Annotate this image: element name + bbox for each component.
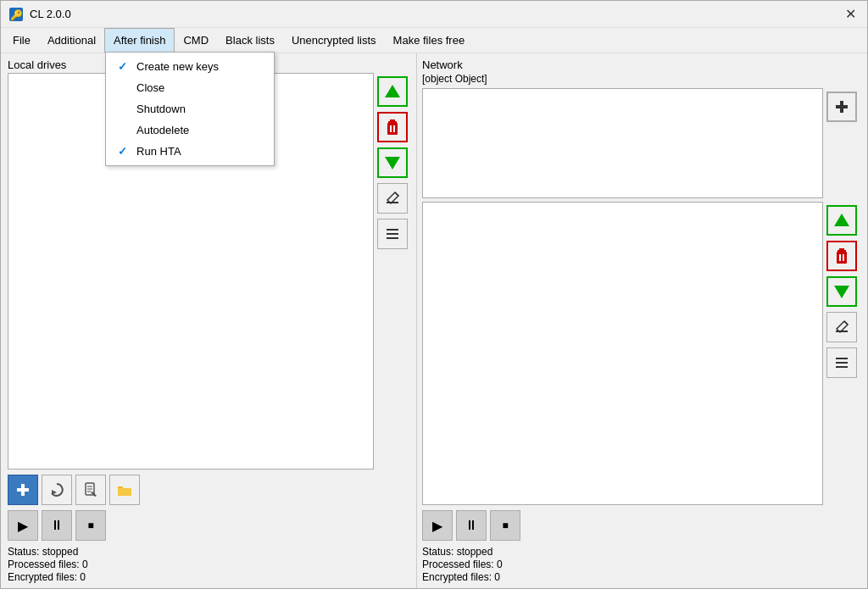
menu-file[interactable]: File bbox=[4, 28, 39, 53]
dropdown-shutdown[interactable]: Shutdown bbox=[106, 98, 274, 119]
right-status-bar: Status: stopped Processed files: 0 Encry… bbox=[422, 542, 860, 583]
left-add-button[interactable] bbox=[8, 475, 38, 505]
right-playback: ▶ ⏸ ■ bbox=[422, 505, 860, 542]
left-stop-button[interactable]: ■ bbox=[75, 510, 106, 541]
left-delete-button[interactable] bbox=[377, 112, 408, 142]
svg-marker-26 bbox=[834, 214, 849, 226]
svg-rect-3 bbox=[388, 121, 397, 123]
menu-after-finish[interactable]: After finish Create new keys Close Shutd… bbox=[104, 28, 175, 53]
svg-rect-29 bbox=[837, 252, 847, 264]
right-edit-button[interactable] bbox=[826, 312, 857, 342]
left-folder-button[interactable] bbox=[109, 475, 140, 505]
right-down-button[interactable] bbox=[826, 276, 857, 307]
svg-marker-17 bbox=[52, 490, 57, 495]
dropdown-autodelete[interactable]: Autodelete bbox=[106, 119, 274, 141]
right-pause-button[interactable]: ⏸ bbox=[456, 510, 487, 541]
after-finish-dropdown: Create new keys Close Shutdown Autodelet… bbox=[105, 52, 275, 166]
left-playback: ▶ ⏸ ■ bbox=[8, 508, 411, 542]
left-edit-button[interactable] bbox=[377, 183, 408, 214]
right-top-list-container bbox=[422, 88, 860, 198]
svg-rect-5 bbox=[387, 123, 398, 135]
svg-rect-7 bbox=[393, 125, 395, 132]
svg-rect-6 bbox=[390, 125, 392, 132]
svg-line-11 bbox=[395, 192, 398, 196]
svg-rect-4 bbox=[390, 119, 395, 121]
right-panel-status: [object Object] bbox=[422, 73, 860, 85]
svg-text:🔑: 🔑 bbox=[10, 8, 23, 21]
svg-rect-36 bbox=[836, 358, 848, 359]
right-play-button[interactable]: ▶ bbox=[422, 510, 453, 541]
app-icon: 🔑 bbox=[8, 6, 25, 23]
svg-marker-32 bbox=[834, 286, 849, 298]
main-window: 🔑 CL 2.0.0 ✕ File Additional After finis… bbox=[0, 0, 868, 589]
left-play-button[interactable]: ▶ bbox=[8, 510, 38, 541]
svg-rect-13 bbox=[387, 233, 398, 235]
title-bar-left: 🔑 CL 2.0.0 bbox=[8, 6, 71, 23]
left-status-line2: Processed files: 0 bbox=[8, 558, 411, 570]
svg-rect-30 bbox=[839, 254, 841, 261]
menu-additional[interactable]: Additional bbox=[39, 28, 104, 53]
left-editdoc-button[interactable] bbox=[75, 475, 106, 505]
right-side-buttons bbox=[823, 202, 860, 505]
left-side-buttons bbox=[374, 73, 411, 470]
svg-rect-12 bbox=[387, 229, 398, 231]
menu-make-files-free[interactable]: Make files free bbox=[385, 28, 474, 53]
svg-rect-38 bbox=[836, 366, 848, 368]
svg-rect-16 bbox=[17, 488, 29, 492]
right-status-line1: Status: stopped bbox=[422, 546, 860, 558]
dropdown-close[interactable]: Close bbox=[106, 77, 274, 98]
network-top-list[interactable] bbox=[422, 88, 823, 198]
left-list-button[interactable] bbox=[377, 219, 408, 249]
left-down-button[interactable] bbox=[377, 147, 408, 178]
svg-rect-31 bbox=[843, 254, 844, 261]
svg-rect-25 bbox=[836, 105, 848, 108]
right-bottom-list-container bbox=[422, 202, 860, 505]
network-add-button[interactable] bbox=[826, 92, 857, 122]
menu-bar: File Additional After finish Create new … bbox=[1, 28, 867, 53]
dropdown-create-new-keys[interactable]: Create new keys bbox=[106, 56, 274, 77]
title-bar: 🔑 CL 2.0.0 ✕ bbox=[1, 1, 867, 28]
right-delete-button[interactable] bbox=[826, 241, 857, 271]
menu-unencrypted-lists[interactable]: Unencrypted lists bbox=[283, 28, 385, 53]
window-title: CL 2.0.0 bbox=[30, 8, 71, 20]
network-bottom-list[interactable] bbox=[422, 202, 823, 505]
right-list-button[interactable] bbox=[826, 347, 857, 378]
left-up-button[interactable] bbox=[377, 76, 408, 107]
right-status-line2: Processed files: 0 bbox=[422, 558, 860, 570]
menu-black-lists[interactable]: Black lists bbox=[217, 28, 283, 53]
left-refresh-button[interactable] bbox=[42, 475, 72, 505]
svg-marker-8 bbox=[385, 157, 400, 169]
close-button[interactable]: ✕ bbox=[840, 4, 860, 25]
svg-rect-37 bbox=[836, 362, 848, 364]
left-bottom-toolbar bbox=[8, 470, 411, 508]
right-panel-label: Network bbox=[422, 58, 860, 71]
svg-rect-14 bbox=[387, 237, 398, 239]
right-stop-button[interactable]: ■ bbox=[490, 510, 520, 541]
left-pause-button[interactable]: ⏸ bbox=[42, 510, 72, 541]
left-status-line3: Encrypted files: 0 bbox=[8, 571, 411, 583]
svg-rect-28 bbox=[839, 248, 844, 250]
right-section: Network [object Object] bbox=[416, 53, 867, 588]
left-status-bar: Status: stopped Processed files: 0 Encry… bbox=[8, 542, 411, 583]
svg-line-35 bbox=[844, 321, 848, 325]
svg-rect-23 bbox=[118, 488, 131, 496]
right-top-buttons bbox=[823, 88, 860, 198]
dropdown-run-hta[interactable]: Run HTA bbox=[106, 141, 274, 162]
menu-cmd[interactable]: CMD bbox=[175, 28, 217, 53]
right-up-button[interactable] bbox=[826, 205, 857, 236]
right-status-line3: Encrypted files: 0 bbox=[422, 571, 860, 583]
svg-rect-27 bbox=[837, 250, 846, 252]
svg-marker-2 bbox=[385, 85, 400, 97]
left-status-line1: Status: stopped bbox=[8, 546, 411, 558]
